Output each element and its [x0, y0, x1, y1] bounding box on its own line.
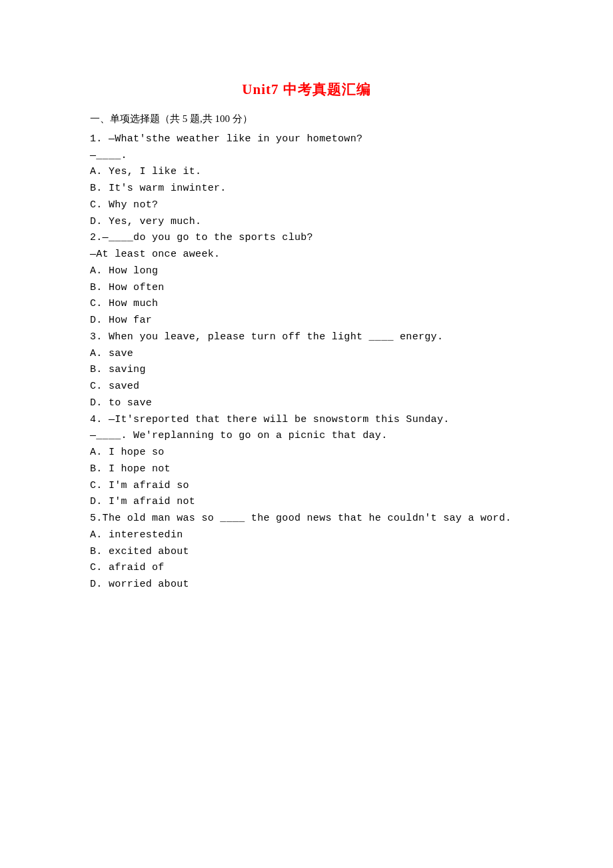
q4-response: —____. We'replanning to go on a picnic t… — [90, 428, 523, 445]
q4-prompt: 4. —It'sreported that there will be snow… — [90, 412, 523, 429]
q3-option-b: B. saving — [90, 362, 523, 379]
q4-option-d: D. I'm afraid not — [90, 494, 523, 511]
q1-option-d: D. Yes, very much. — [90, 214, 523, 231]
q1-option-a: A. Yes, I like it. — [90, 164, 523, 181]
q2-prompt: 2.—____do you go to the sports club? — [90, 230, 523, 247]
q5-option-b: B. excited about — [90, 544, 523, 561]
q5-option-c: C. afraid of — [90, 560, 523, 577]
q1-prompt: 1. —What'sthe weather like in your homet… — [90, 131, 523, 148]
section-header: 一、单项选择题（共 5 题,共 100 分） — [90, 111, 523, 127]
q4-option-b: B. I hope not — [90, 461, 523, 478]
q5-option-d: D. worried about — [90, 577, 523, 593]
q3-prompt: 3. When you leave, please turn off the l… — [90, 329, 523, 346]
q1-option-c: C. Why not? — [90, 197, 523, 214]
q4-option-a: A. I hope so — [90, 445, 523, 461]
q5-option-a: A. interestedin — [90, 527, 523, 544]
q2-option-b: B. How often — [90, 280, 523, 297]
q3-option-d: D. to save — [90, 395, 523, 412]
document-title: Unit7 中考真题汇编 — [90, 80, 523, 99]
q1-response: —____. — [90, 148, 523, 165]
q3-option-a: A. save — [90, 346, 523, 363]
q2-option-c: C. How much — [90, 296, 523, 313]
q1-option-b: B. It's warm inwinter. — [90, 181, 523, 197]
q2-option-d: D. How far — [90, 313, 523, 329]
q4-option-c: C. I'm afraid so — [90, 478, 523, 495]
q2-option-a: A. How long — [90, 263, 523, 280]
q3-option-c: C. saved — [90, 379, 523, 395]
q5-prompt: 5.The old man was so ____ the good news … — [90, 511, 523, 527]
q2-response: —At least once aweek. — [90, 247, 523, 263]
